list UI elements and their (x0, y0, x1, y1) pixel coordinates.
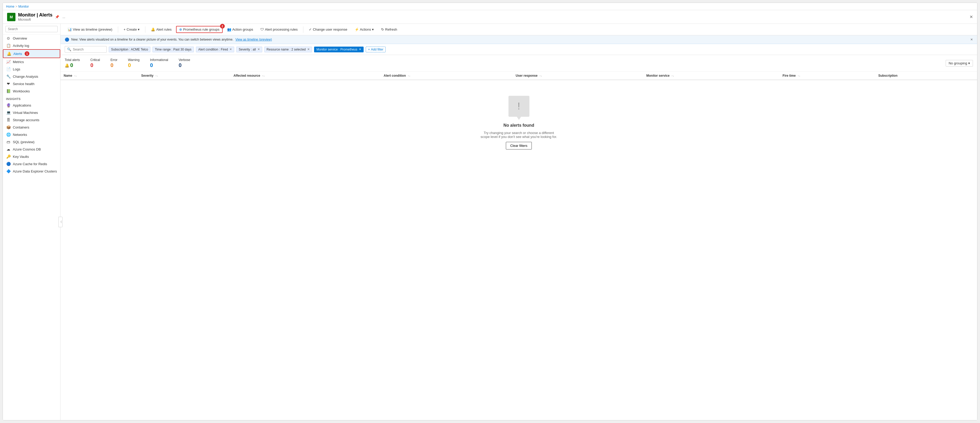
close-button[interactable]: ✕ (969, 14, 973, 19)
alert-condition-filter-label: Alert condition : Fired (198, 48, 228, 51)
col-monitor-service[interactable]: Monitor service ↑↓ (643, 72, 780, 80)
sidebar-item-label: SQL (preview) (13, 140, 35, 144)
data-explorer-icon: 🔷 (6, 169, 11, 173)
monitor-service-filter-tag[interactable]: Monitor service : Prometheus ✕ (314, 47, 364, 52)
alert-processing-rules-button[interactable]: 🛡 Alert processing rules (258, 26, 301, 33)
filter-search-input[interactable] (73, 48, 104, 51)
sidebar-item-overview[interactable]: ⊙ Overview (3, 35, 60, 42)
breadcrumb-bar: Home > Monitor (3, 3, 977, 10)
error-stat: Error 0 (111, 58, 118, 68)
resource-name-filter-tag[interactable]: Resource name : 2 selected ✕ (264, 47, 312, 52)
info-icon: 🔵 (65, 37, 69, 42)
app-icon: M (7, 13, 16, 21)
change-user-response-button[interactable]: ✓ Change user response (306, 26, 350, 33)
sidebar-item-label: Storage accounts (13, 118, 39, 122)
search-icon: 🔍 (67, 48, 71, 51)
resource-name-filter-label: Resource name : 2 selected (267, 48, 306, 51)
info-banner: 🔵 New: View alerts visualized on a timel… (60, 35, 977, 44)
warning-stat: Warning 0 (128, 58, 139, 68)
sidebar-item-label: Virtual Machines (13, 111, 38, 115)
col-user-response[interactable]: User response ↑↓ (513, 72, 643, 80)
monitor-service-close[interactable]: ✕ (359, 48, 361, 51)
sidebar-item-key-vaults[interactable]: 🔑 Key Vaults (3, 153, 60, 160)
alert-processing-icon: 🛡 (260, 27, 264, 32)
sidebar-item-alerts[interactable]: 🔔 Alerts 1 (3, 49, 60, 58)
refresh-icon: ↻ (381, 27, 384, 32)
col-subscription: Subscription (875, 72, 977, 80)
sidebar-item-virtual-machines[interactable]: 💻 Virtual Machines (3, 109, 60, 116)
col-severity[interactable]: Severity ↑↓ (138, 72, 230, 80)
overview-icon: ⊙ (6, 36, 11, 40)
storage-accounts-icon: 🗄 (6, 118, 11, 122)
breadcrumb-monitor[interactable]: Monitor (18, 5, 29, 8)
toolbar-divider-2 (145, 27, 145, 33)
total-alerts-icon: 🔔 (65, 63, 69, 68)
resource-name-close[interactable]: ✕ (307, 48, 310, 51)
sidebar-item-storage-accounts[interactable]: 🗄 Storage accounts (3, 116, 60, 124)
sidebar-item-azure-cache[interactable]: 🔵 Azure Cache for Redis (3, 160, 60, 168)
action-groups-button[interactable]: 👥 Action groups (224, 26, 256, 33)
action-groups-icon: 👥 (227, 27, 231, 32)
alert-rules-icon: 🔔 (151, 27, 155, 32)
sidebar-item-label: Networks (13, 133, 27, 137)
alert-condition-close[interactable]: ✕ (229, 48, 232, 51)
breadcrumb-home[interactable]: Home (6, 5, 14, 8)
add-filter-button[interactable]: + Add filter (366, 47, 386, 52)
grouping-chevron-icon: ▾ (968, 61, 970, 65)
clear-filters-button[interactable]: Clear filters (506, 142, 532, 149)
warning-value: 0 (128, 62, 139, 68)
sidebar-item-applications[interactable]: 🔮 Applications (3, 101, 60, 109)
sidebar-item-label: Azure Cache for Redis (13, 162, 47, 166)
sidebar-item-logs[interactable]: 📄 Logs (3, 65, 60, 73)
col-fire-time[interactable]: Fire time ↑↓ (780, 72, 875, 80)
sidebar-item-sql[interactable]: 🗃 SQL (preview) (3, 138, 60, 146)
page-subtitle: Microsoft (18, 18, 52, 21)
create-button[interactable]: + Create ▾ (121, 26, 143, 33)
view-timeline-button[interactable]: 📊 View as timeline (preview) (65, 26, 115, 33)
sidebar-item-activity-log[interactable]: 📋 Activity log (3, 42, 60, 49)
header-left: M Monitor | Alerts Microsoft 📌 ... (7, 12, 65, 21)
grouping-dropdown[interactable]: No grouping ▾ (946, 60, 973, 67)
annotation-2: 2 (220, 24, 225, 29)
alert-rules-button[interactable]: 🔔 Alert rules (148, 26, 175, 33)
refresh-button[interactable]: ↻ Refresh (378, 26, 400, 33)
info-banner-close[interactable]: ✕ (970, 38, 973, 41)
time-range-filter-tag[interactable]: Time range : Past 30 days (153, 47, 194, 52)
sidebar-item-service-health[interactable]: ❤ Service health (3, 80, 60, 87)
severity-filter-tag[interactable]: Severity : all ✕ (236, 47, 262, 52)
info-banner-link[interactable]: View as timeline (preview) (235, 38, 272, 41)
subscription-filter-tag[interactable]: Subscription : ACME Telco (109, 47, 150, 52)
actions-button[interactable]: ⚡ Actions ▾ (352, 26, 377, 33)
sidebar-item-cosmos[interactable]: ☁ Azure Cosmos DB (3, 146, 60, 153)
col-alert-condition[interactable]: Alert condition ↑↓ (381, 72, 513, 80)
sidebar-item-label: Overview (13, 36, 27, 40)
empty-state: ! No alerts found Try changing your sear… (60, 80, 977, 165)
containers-icon: 📦 (6, 125, 11, 129)
col-affected-resource[interactable]: Affected resource ↑↓ (230, 72, 380, 80)
sidebar-search-input[interactable] (5, 26, 57, 32)
timeline-icon: 📊 (68, 27, 72, 32)
error-value: 0 (111, 62, 118, 68)
header-actions: 📌 ... (55, 15, 65, 19)
verbose-stat: Verbose 0 (179, 58, 190, 68)
sidebar-item-containers[interactable]: 📦 Containers (3, 124, 60, 131)
more-icon[interactable]: ... (62, 15, 65, 19)
severity-close[interactable]: ✕ (258, 48, 260, 51)
create-dropdown-icon: ▾ (138, 27, 140, 32)
alert-condition-filter-tag[interactable]: Alert condition : Fired ✕ (196, 47, 234, 52)
sidebar-item-networks[interactable]: 🌐 Networks (3, 131, 60, 138)
pin-icon[interactable]: 📌 (55, 15, 59, 19)
total-alerts-value: 🔔 0 (65, 62, 80, 68)
prometheus-rule-groups-button[interactable]: ⊕ Prometheus rule groups 2 (176, 26, 223, 33)
col-name[interactable]: Name ↑↓ (60, 72, 138, 80)
sidebar-item-label: Key Vaults (13, 155, 29, 158)
sidebar-item-metrics[interactable]: 📈 Metrics (3, 58, 60, 65)
sidebar-item-label: Alerts (13, 52, 22, 56)
alerts-table-area: Name ↑↓ Severity ↑↓ Affected resource ↑↓ (60, 72, 977, 420)
sidebar-collapse-button[interactable]: 《 (59, 217, 63, 227)
sidebar-item-data-explorer[interactable]: 🔷 Azure Data Explorer Clusters (3, 168, 60, 175)
sidebar-item-workbooks[interactable]: 📗 Workbooks (3, 87, 60, 95)
warning-label: Warning (128, 58, 139, 62)
sidebar-item-change-analysis[interactable]: 🔧 Change Analysis (3, 73, 60, 80)
severity-filter-label: Severity : all (239, 48, 256, 51)
